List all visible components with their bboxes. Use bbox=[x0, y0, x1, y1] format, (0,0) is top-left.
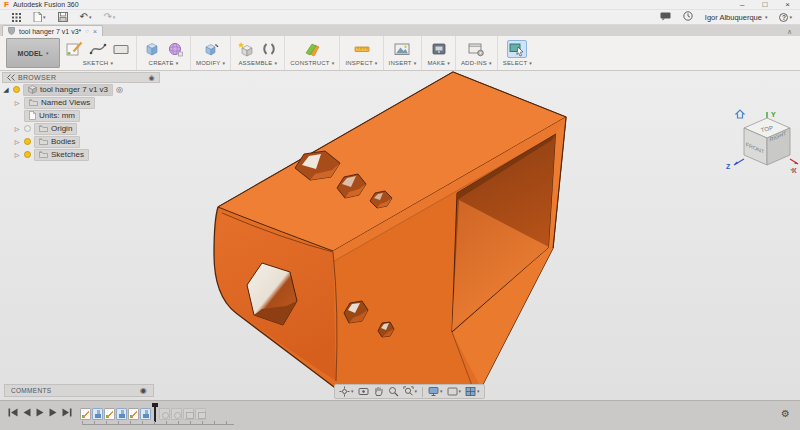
ribbon-group-select-menu[interactable]: SELECT ▾ bbox=[503, 60, 532, 66]
browser-item-units[interactable]: Units: mm bbox=[2, 109, 160, 122]
tab-close-button[interactable]: × bbox=[93, 28, 97, 35]
job-status-icon[interactable] bbox=[683, 11, 693, 23]
file-menu-button[interactable]: ▾ bbox=[33, 12, 46, 22]
browser-header[interactable]: BROWSER ◉ bbox=[2, 72, 160, 83]
root-visibility-bulb[interactable] bbox=[13, 86, 20, 93]
browser-item-origin[interactable]: ▷ Origin bbox=[2, 122, 160, 135]
spline-icon[interactable] bbox=[88, 40, 108, 58]
timeline-feature-sketch-1[interactable] bbox=[80, 408, 91, 420]
notifications-icon[interactable] bbox=[660, 12, 671, 23]
bodies-expand-icon[interactable]: ▷ bbox=[13, 138, 21, 145]
timeline-feature-sketch-2[interactable] bbox=[104, 408, 115, 420]
fit-button[interactable]: ▾ bbox=[402, 386, 419, 397]
zoom-button[interactable] bbox=[387, 386, 400, 397]
pan-button[interactable] bbox=[372, 386, 385, 397]
ribbon-group-insert: INSERT ▾ bbox=[384, 36, 423, 70]
sketches-expand-icon[interactable]: ▷ bbox=[13, 151, 21, 158]
browser-collapse-icon[interactable] bbox=[7, 74, 15, 81]
app-grid-icon[interactable] bbox=[12, 13, 21, 22]
timeline-feature-inactive-3[interactable] bbox=[183, 408, 194, 420]
inspect-caret: ▾ bbox=[375, 61, 378, 66]
viewports-button[interactable]: ▾ bbox=[464, 386, 481, 397]
comments-toggle-icon[interactable]: ◉ bbox=[140, 387, 147, 395]
orbit-button[interactable]: ▾ bbox=[338, 386, 355, 397]
ribbon-group-addins-menu[interactable]: ADD-INS ▾ bbox=[461, 60, 492, 66]
timeline-feature-inactive-2[interactable] bbox=[171, 408, 182, 420]
ribbon-group-sketch-menu[interactable]: SKETCH ▾ bbox=[83, 60, 113, 66]
view-cube[interactable]: Y TOP FRONT RIGHT Z X bbox=[722, 109, 800, 175]
browser-item-named-views[interactable]: ▷ Named Views bbox=[2, 96, 160, 109]
group-label-make: MAKE bbox=[427, 60, 445, 66]
joint-icon[interactable] bbox=[259, 40, 279, 58]
grid-caret: ▾ bbox=[459, 389, 462, 394]
ribbon-group-construct-menu[interactable]: CONSTRUCT ▾ bbox=[290, 60, 334, 66]
timeline-play-button[interactable] bbox=[36, 408, 44, 417]
units-label: Units: mm bbox=[39, 111, 75, 120]
add-ins-icon[interactable] bbox=[466, 40, 486, 58]
ribbon-group-inspect-menu[interactable]: INSPECT ▾ bbox=[345, 60, 377, 66]
sketches-visibility-bulb[interactable] bbox=[24, 151, 31, 158]
timeline-feature-inactive-4[interactable] bbox=[195, 408, 206, 420]
group-label-assemble: ASSEMBLE bbox=[238, 60, 272, 66]
origin-visibility-bulb[interactable] bbox=[24, 125, 31, 132]
create-sketch-icon[interactable] bbox=[65, 40, 85, 58]
root-expand-icon[interactable]: ◢ bbox=[2, 86, 10, 94]
ribbon-group-create: CREATE ▾ bbox=[137, 36, 191, 70]
browser-item-bodies[interactable]: ▷ Bodies bbox=[2, 135, 160, 148]
close-button[interactable]: × bbox=[785, 1, 790, 9]
bodies-visibility-bulb[interactable] bbox=[24, 138, 31, 145]
undo-button[interactable]: ↶ ▾ bbox=[80, 12, 92, 22]
workspace-selector[interactable]: MODEL ▾ bbox=[6, 38, 60, 68]
timeline-step-forward-button[interactable] bbox=[49, 408, 57, 417]
timeline-feature-extrude-3[interactable] bbox=[140, 408, 151, 420]
group-label-insert: INSERT bbox=[389, 60, 412, 66]
browser-item-sketches[interactable]: ▷ Sketches bbox=[2, 148, 160, 161]
origin-expand-icon[interactable]: ▷ bbox=[13, 125, 21, 132]
timeline-settings-gear-icon[interactable]: ⚙ bbox=[781, 409, 790, 419]
timeline-feature-sketch-3[interactable] bbox=[128, 408, 139, 420]
extrude-icon[interactable] bbox=[142, 40, 162, 58]
timeline-position-marker[interactable] bbox=[154, 406, 156, 422]
named-views-expand-icon[interactable]: ▷ bbox=[13, 99, 21, 106]
maximize-button[interactable]: □ bbox=[762, 1, 767, 9]
comments-panel[interactable]: COMMENTS ◉ bbox=[4, 384, 154, 397]
minimize-button[interactable]: – bbox=[740, 1, 744, 9]
measure-icon[interactable] bbox=[352, 40, 372, 58]
save-button[interactable] bbox=[58, 12, 68, 22]
ribbon-group-modify-menu[interactable]: MODIFY ▾ bbox=[196, 60, 225, 66]
ribbon-group-insert-menu[interactable]: INSERT ▾ bbox=[389, 60, 417, 66]
ribbon-group-assemble-menu[interactable]: ASSEMBLE ▾ bbox=[238, 60, 277, 66]
construction-plane-icon[interactable] bbox=[302, 40, 322, 58]
timeline-feature-extrude-2[interactable] bbox=[116, 408, 127, 420]
ribbon-group-make-menu[interactable]: MAKE ▾ bbox=[427, 60, 450, 66]
home-view-icon[interactable] bbox=[736, 110, 744, 118]
press-pull-icon[interactable] bbox=[201, 40, 221, 58]
grid-layout-button[interactable]: ▾ bbox=[446, 386, 463, 397]
timeline-go-to-end-button[interactable] bbox=[62, 408, 72, 417]
browser-root-row[interactable]: ◢ tool hanger 7 v1 v3 ◎ bbox=[2, 83, 160, 96]
new-component-icon[interactable] bbox=[236, 40, 256, 58]
make-icon[interactable] bbox=[429, 40, 449, 58]
user-account-menu[interactable]: Igor Albuquerque ▾ bbox=[705, 13, 768, 22]
display-settings-button[interactable]: ▾ bbox=[427, 386, 444, 397]
ribbon-group-make: MAKE ▾ bbox=[422, 36, 456, 70]
select-icon[interactable] bbox=[507, 40, 527, 58]
browser-options-icon[interactable]: ◉ bbox=[149, 74, 155, 82]
rectangle-icon[interactable] bbox=[111, 40, 131, 58]
help-menu-button[interactable]: ? ▾ bbox=[779, 13, 792, 22]
root-activate-icon[interactable]: ◎ bbox=[116, 86, 123, 94]
timeline-feature-inactive-1[interactable] bbox=[159, 408, 170, 420]
timeline-feature-extrude-1[interactable] bbox=[92, 408, 103, 420]
timeline-go-to-start-button[interactable] bbox=[8, 408, 18, 417]
window-title: Autodesk Fusion 360 bbox=[13, 1, 79, 8]
insert-image-icon[interactable] bbox=[392, 40, 412, 58]
form-icon[interactable] bbox=[165, 40, 185, 58]
toolbar-collapse-chevron[interactable]: ∧ bbox=[787, 27, 792, 36]
redo-button[interactable]: ↷ ▾ bbox=[103, 12, 115, 22]
look-at-button[interactable] bbox=[357, 386, 370, 397]
document-tab[interactable]: tool hanger 7 v1 v3* ○ × bbox=[2, 25, 103, 36]
timeline-step-back-button[interactable] bbox=[23, 408, 31, 417]
axis-y-label: Y bbox=[771, 111, 776, 118]
ribbon-group-create-menu[interactable]: CREATE ▾ bbox=[149, 60, 179, 66]
ribbon-group-construct: CONSTRUCT ▾ bbox=[285, 36, 340, 70]
